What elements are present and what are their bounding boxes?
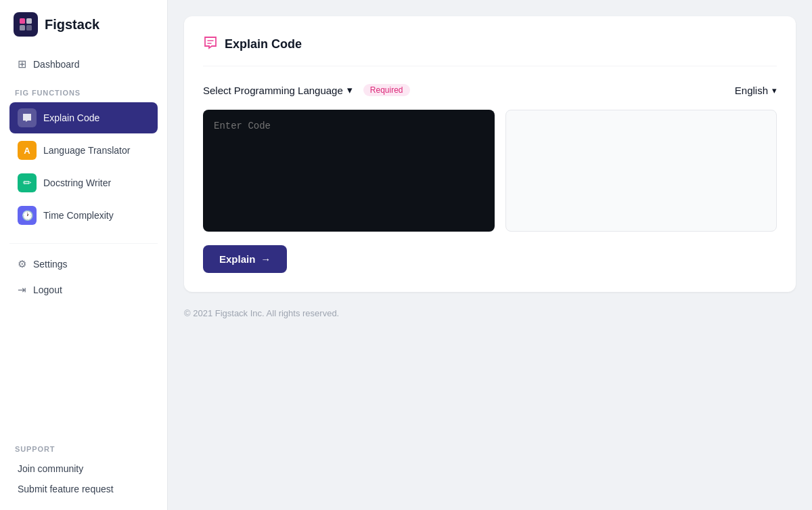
sidebar-item-docstring-writer-label: Docstring Writer: [43, 177, 111, 188]
logo-area: Figstack: [0, 0, 167, 49]
select-language-chevron: ▾: [347, 84, 353, 96]
explain-code-icon: [18, 108, 37, 127]
footer: © 2021 Figstack Inc. All rights reserved…: [184, 308, 796, 318]
fig-functions-label: FIG FUNCTIONS: [9, 89, 158, 97]
sidebar-item-docstring-writer[interactable]: ✏ Docstring Writer: [9, 167, 158, 198]
logout-icon: ⇥: [18, 284, 26, 296]
code-input[interactable]: [203, 110, 495, 232]
editor-area: [203, 110, 777, 232]
output-area: [505, 110, 777, 232]
english-chevron: ▾: [772, 85, 777, 95]
svg-rect-2: [20, 25, 25, 30]
sidebar-item-language-translator[interactable]: A Language Translator: [9, 135, 158, 166]
sidebar-item-explain-code[interactable]: Explain Code: [9, 102, 158, 133]
svg-rect-1: [26, 18, 32, 24]
fig-functions-section: FIG FUNCTIONS Explain Code A Language Tr…: [0, 78, 167, 238]
docstring-writer-icon: ✏: [18, 173, 37, 192]
english-label: English: [735, 85, 768, 96]
sidebar-item-language-translator-label: Language Translator: [43, 145, 130, 156]
footer-text: © 2021 Figstack Inc. All rights reserved…: [184, 308, 339, 318]
sidebar-item-dashboard[interactable]: ⊞ Dashboard: [9, 51, 158, 77]
sidebar-item-settings[interactable]: ⚙ Settings: [9, 252, 158, 276]
dashboard-label: Dashboard: [33, 59, 80, 70]
logout-label: Logout: [33, 284, 62, 295]
settings-icon: ⚙: [18, 258, 26, 270]
card-title: Explain Code: [225, 37, 302, 51]
explain-button-arrow: →: [261, 253, 271, 265]
select-language-label: Select Programming Language: [203, 85, 343, 96]
explain-button-label: Explain: [219, 253, 255, 265]
support-label: SUPPORT: [9, 445, 158, 453]
time-complexity-icon: 🕐: [18, 206, 37, 225]
explain-code-card: Explain Code Select Programming Language…: [184, 16, 796, 292]
sidebar-item-time-complexity[interactable]: 🕐 Time Complexity: [9, 200, 158, 231]
logo-text: Figstack: [45, 17, 99, 33]
sidebar-divider: [9, 243, 158, 244]
required-badge: Required: [363, 84, 410, 96]
sidebar-item-logout[interactable]: ⇥ Logout: [9, 278, 158, 302]
join-community-link[interactable]: Join community: [9, 459, 158, 479]
language-translator-icon: A: [18, 141, 37, 160]
sidebar-item-time-complexity-label: Time Complexity: [43, 210, 114, 221]
svg-rect-3: [26, 25, 32, 30]
svg-rect-0: [20, 18, 25, 24]
sidebar: Figstack ⊞ Dashboard FIG FUNCTIONS Expla…: [0, 0, 168, 510]
controls-row: Select Programming Language ▾ Required E…: [203, 81, 777, 99]
card-header: Explain Code: [203, 35, 777, 66]
select-language-dropdown[interactable]: Select Programming Language ▾: [203, 81, 353, 99]
card-header-icon: [203, 35, 218, 54]
english-selector[interactable]: English ▾: [735, 85, 777, 96]
settings-label: Settings: [33, 259, 68, 270]
dashboard-icon: ⊞: [18, 58, 26, 70]
figstack-logo-icon: [14, 12, 38, 37]
explain-button[interactable]: Explain →: [203, 245, 287, 273]
submit-feature-link[interactable]: Submit feature request: [9, 479, 158, 499]
sidebar-support: SUPPORT Join community Submit feature re…: [0, 434, 167, 510]
main-content: Explain Code Select Programming Language…: [168, 0, 812, 510]
sidebar-item-explain-code-label: Explain Code: [43, 112, 99, 123]
